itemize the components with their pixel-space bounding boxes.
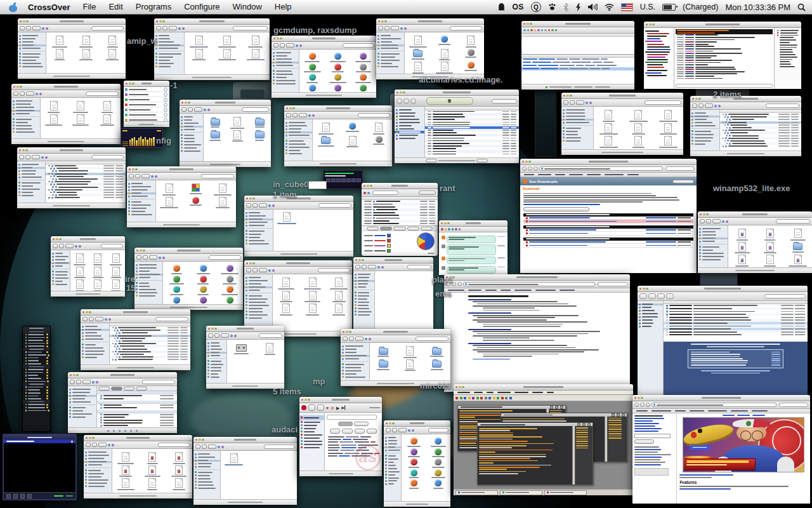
file-item[interactable] xyxy=(156,184,183,196)
list-row[interactable] xyxy=(124,102,169,107)
document-icon[interactable] xyxy=(252,36,259,45)
mirc-tool-icon[interactable] xyxy=(505,397,508,399)
play-icon[interactable]: ▶ xyxy=(336,406,339,410)
close-button[interactable] xyxy=(522,161,524,163)
document-icon[interactable] xyxy=(441,62,449,71)
file-item[interactable] xyxy=(728,229,756,241)
sidebar-item[interactable] xyxy=(561,127,593,129)
sidebar-item[interactable] xyxy=(244,295,272,297)
close-button[interactable] xyxy=(646,23,648,25)
sidebar-item[interactable] xyxy=(561,122,593,124)
zoom-button[interactable] xyxy=(252,262,254,264)
file-item[interactable] xyxy=(756,229,784,241)
toolbar-icon[interactable] xyxy=(541,29,544,32)
file-item[interactable] xyxy=(183,184,209,196)
minimize-button[interactable] xyxy=(249,197,251,199)
search-field[interactable] xyxy=(158,443,191,447)
sidebar-item[interactable] xyxy=(134,282,162,284)
view-toggle[interactable] xyxy=(221,333,229,338)
content-tab[interactable] xyxy=(354,422,369,426)
file-item[interactable] xyxy=(426,458,450,468)
source-item[interactable] xyxy=(395,112,424,114)
scope-tab[interactable] xyxy=(136,387,147,391)
back-button[interactable] xyxy=(129,174,134,178)
app-icon[interactable] xyxy=(360,64,367,70)
action-icon[interactable] xyxy=(41,156,44,159)
sidebar-item[interactable] xyxy=(272,55,299,57)
zoom-button[interactable] xyxy=(370,185,372,187)
document-icon[interactable] xyxy=(282,304,290,313)
status-dot[interactable] xyxy=(46,389,48,391)
file-item[interactable] xyxy=(99,49,126,61)
search-field[interactable] xyxy=(358,113,390,117)
burn-icon[interactable] xyxy=(45,156,48,159)
back-button[interactable] xyxy=(86,443,91,447)
app-icon[interactable] xyxy=(360,74,367,81)
window-finder-icons[interactable] xyxy=(154,18,270,80)
nav-button[interactable] xyxy=(446,282,450,286)
info-badge[interactable] xyxy=(164,88,167,91)
sidebar-item[interactable] xyxy=(134,285,162,287)
browse-button[interactable] xyxy=(476,159,488,163)
burn-icon[interactable] xyxy=(234,335,237,337)
eq-slider[interactable] xyxy=(142,140,143,146)
action-pill[interactable] xyxy=(342,429,352,434)
search-field[interactable] xyxy=(428,428,449,432)
file-item[interactable] xyxy=(424,359,450,371)
file-item[interactable] xyxy=(624,110,653,122)
sidebar-item[interactable] xyxy=(341,358,369,360)
transport-button[interactable] xyxy=(6,494,11,498)
sidebar-item[interactable] xyxy=(84,476,112,478)
source-item[interactable] xyxy=(395,125,424,127)
window-finder-empty[interactable] xyxy=(244,196,353,257)
file-item[interactable] xyxy=(299,291,326,303)
file-item[interactable] xyxy=(457,62,484,74)
document-icon[interactable] xyxy=(664,110,672,119)
file-item[interactable] xyxy=(89,253,107,265)
toolbar-icon[interactable] xyxy=(530,29,533,32)
file-item[interactable] xyxy=(325,84,350,93)
file-item[interactable] xyxy=(370,359,396,371)
view-toggle[interactable] xyxy=(259,203,267,208)
segment-block[interactable] xyxy=(336,178,341,182)
sidebar-item[interactable] xyxy=(284,131,312,133)
nav-button[interactable] xyxy=(640,403,645,407)
sidebar-item[interactable] xyxy=(384,467,401,469)
sidebar-item[interactable] xyxy=(284,140,312,142)
back-button[interactable] xyxy=(136,255,141,260)
action-icon[interactable] xyxy=(365,338,367,340)
burn-icon[interactable] xyxy=(182,27,185,30)
close-button[interactable] xyxy=(455,386,457,388)
file-item[interactable] xyxy=(405,36,431,48)
forward-button[interactable] xyxy=(280,43,285,48)
document-icon[interactable] xyxy=(112,253,120,263)
download-row[interactable] xyxy=(523,244,693,248)
eq-slider[interactable] xyxy=(145,138,146,146)
content-tab[interactable] xyxy=(338,422,353,426)
forward-button[interactable] xyxy=(143,255,148,260)
zoom-button[interactable] xyxy=(698,98,700,100)
sidebar-link[interactable] xyxy=(299,446,324,448)
sidebar-item[interactable] xyxy=(698,258,728,260)
segment-block[interactable] xyxy=(341,178,346,182)
window-mini-list[interactable] xyxy=(124,81,169,127)
file-item[interactable] xyxy=(325,291,352,303)
sidebar-item[interactable] xyxy=(206,352,226,354)
sidebar-item[interactable] xyxy=(17,170,45,172)
sidebar-item[interactable] xyxy=(376,56,404,58)
minimize-button[interactable] xyxy=(277,37,278,39)
disclosure-triangle[interactable] xyxy=(52,170,54,172)
zoom-button[interactable] xyxy=(570,95,572,97)
document-icon[interactable] xyxy=(335,277,343,287)
forward-button[interactable] xyxy=(698,104,704,108)
file-item[interactable] xyxy=(166,452,192,464)
sidebar-item[interactable] xyxy=(272,52,299,54)
player-title-bar[interactable] xyxy=(4,435,75,439)
minimize-button[interactable] xyxy=(73,374,75,376)
sidebar-item[interactable] xyxy=(127,201,155,203)
transport-button[interactable] xyxy=(27,494,32,498)
disclosure-triangle[interactable] xyxy=(724,124,726,126)
sidebar-item[interactable] xyxy=(51,253,70,255)
document-icon[interactable] xyxy=(309,304,317,313)
file-item[interactable] xyxy=(273,212,301,224)
